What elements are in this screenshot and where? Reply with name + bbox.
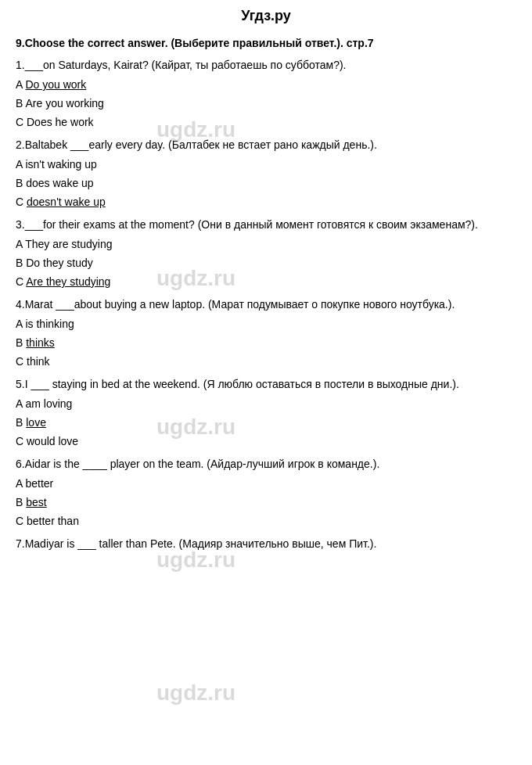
question-6-text: 6.Aidar is the ____ player on the team. … [16, 456, 516, 472]
option-letter: A [16, 318, 25, 330]
option-letter: A [16, 238, 25, 250]
question-1-text: 1.___on Saturdays, Kairat? (Кайрат, ты р… [16, 57, 516, 74]
question-6-option-c: C better than [16, 513, 516, 530]
option-text: think [27, 355, 50, 368]
option-letter: C [16, 515, 27, 527]
option-letter: A [16, 477, 25, 490]
option-text: Are they studying [26, 275, 110, 288]
option-text: best [26, 496, 46, 508]
questions-container: 1.___on Saturdays, Kairat? (Кайрат, ты р… [16, 57, 516, 552]
option-text: does wake up [26, 177, 93, 189]
option-letter: B [16, 496, 26, 508]
question-4-text: 4.Marat ___about buying a new laptop. (М… [16, 296, 516, 313]
main-content: 9.Choose the correct answer. (Выберите п… [0, 31, 532, 566]
question-7: 7.Madiyar is ___ taller than Pete. (Мади… [16, 536, 516, 552]
question-2-option-c: C doesn't wake up [16, 194, 516, 210]
option-letter: C [16, 275, 26, 288]
option-text: better [25, 477, 53, 490]
question-1-option-b: B Are you working [16, 95, 516, 112]
option-letter: A [16, 78, 25, 91]
option-letter: B [16, 97, 25, 110]
option-text: Do they study [26, 257, 93, 269]
question-5-option-a: A am loving [16, 396, 516, 412]
question-3: 3.___for their exams at the moment? (Они… [16, 217, 516, 290]
option-text: doesn't wake up [27, 196, 106, 208]
question-2: 2.Baltabek ___early every day. (Балтабек… [16, 137, 516, 210]
question-4-option-b: B thinks [16, 335, 516, 351]
option-text: thinks [26, 336, 55, 349]
question-4: 4.Marat ___about buying a new laptop. (М… [16, 296, 516, 370]
question-3-option-c: C Are they studying [16, 274, 516, 290]
question-5-text: 5.I ___ staying in bed at the weekend. (… [16, 376, 516, 393]
question-5-option-b: B love [16, 415, 516, 431]
option-letter: A [16, 158, 25, 171]
question-2-text: 2.Baltabek ___early every day. (Балтабек… [16, 137, 516, 153]
question-3-text: 3.___for their exams at the moment? (Они… [16, 217, 516, 233]
option-letter: B [16, 257, 26, 269]
watermark-5: ugdz.ru [156, 681, 235, 706]
option-text: They are studying [25, 238, 112, 250]
option-letter: C [16, 355, 27, 368]
option-letter: B [16, 336, 26, 349]
question-7-text: 7.Madiyar is ___ taller than Pete. (Мади… [16, 536, 516, 552]
question-4-option-c: C think [16, 354, 516, 370]
option-text: Do you work [25, 78, 86, 91]
option-text: isn't waking up [25, 158, 96, 171]
option-letter: B [16, 177, 26, 189]
page-title: Угдз.ру [0, 0, 532, 31]
question-6-option-a: A better [16, 476, 516, 492]
question-2-option-a: A isn't waking up [16, 156, 516, 173]
question-3-option-a: A They are studying [16, 236, 516, 253]
question-6-option-b: B best [16, 494, 516, 511]
option-text: Are you working [25, 97, 103, 110]
question-6: 6.Aidar is the ____ player on the team. … [16, 456, 516, 530]
option-text: better than [27, 515, 79, 527]
question-4-option-a: A is thinking [16, 316, 516, 332]
option-text: would love [27, 435, 78, 447]
question-2-option-b: B does wake up [16, 175, 516, 192]
option-letter: C [16, 196, 27, 208]
question-1-option-c: C Does he work [16, 114, 516, 131]
question-1-option-a: A Do you work [16, 77, 516, 93]
question-3-option-b: B Do they study [16, 255, 516, 271]
task-title: 9.Choose the correct answer. (Выберите п… [16, 37, 516, 49]
option-letter: A [16, 397, 25, 410]
option-letter: C [16, 116, 27, 128]
question-5: 5.I ___ staying in bed at the weekend. (… [16, 376, 516, 450]
option-letter: C [16, 435, 27, 447]
question-5-option-c: C would love [16, 433, 516, 450]
option-text: love [26, 416, 46, 429]
option-text: is thinking [25, 318, 74, 330]
option-text: Does he work [27, 116, 94, 128]
option-text: am loving [25, 397, 72, 410]
question-1: 1.___on Saturdays, Kairat? (Кайрат, ты р… [16, 57, 516, 131]
option-letter: B [16, 416, 26, 429]
